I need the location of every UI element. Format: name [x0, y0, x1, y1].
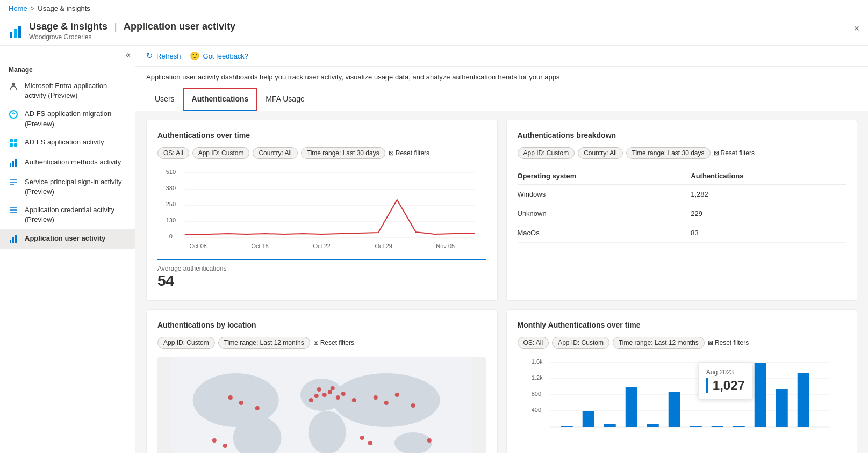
svg-rect-0	[10, 32, 12, 38]
reset-filters-button-2[interactable]: ⊠ Reset filters	[714, 149, 755, 157]
sidebar-item-app-user-activity-label: Application user activity	[25, 234, 126, 243]
svg-rect-5	[10, 139, 13, 142]
page-header: Usage & insights | Application user acti…	[0, 17, 868, 46]
svg-rect-74	[582, 411, 594, 427]
col-os: Operating system	[518, 168, 691, 185]
org-name: Woodgrove Groceries	[29, 33, 235, 41]
filter-os[interactable]: OS: All	[157, 147, 189, 159]
refresh-button[interactable]: ↻ Refresh	[146, 51, 181, 61]
sidebar-item-service-principal-label: Service principal sign-in activity (Prev…	[25, 177, 126, 197]
tab-authentications[interactable]: Authentications	[183, 88, 257, 111]
os-unknown: Unknown	[518, 204, 691, 223]
sidebar-item-adfs-migration[interactable]: AD FS application migration (Preview)	[0, 105, 135, 133]
svg-point-57	[374, 395, 378, 400]
svg-rect-75	[604, 424, 615, 427]
svg-rect-78	[668, 392, 680, 427]
list-detail-icon	[9, 206, 19, 216]
svg-text:0: 0	[169, 233, 173, 240]
svg-text:800: 800	[531, 390, 541, 397]
count-windows: 1,282	[691, 185, 846, 204]
reset-icon-1: ⊠	[389, 149, 394, 157]
svg-text:Oct 15: Oct 15	[252, 243, 269, 249]
reset-filters-button-4[interactable]: ⊠ Reset filters	[708, 339, 749, 346]
breadcrumb-current: Usage & insights	[38, 4, 90, 12]
person-icon	[9, 82, 19, 92]
svg-rect-81	[733, 426, 744, 427]
svg-text:1.6k: 1.6k	[531, 358, 542, 365]
tab-mfa-usage-label: MFA Usage	[266, 95, 304, 103]
reset-filters-button-3[interactable]: ⊠ Reset filters	[313, 339, 354, 346]
line-chart-svg: 510 380 250 130 0 Oct 0	[157, 168, 486, 254]
sidebar-item-adfs-activity[interactable]: AD FS application activity	[0, 133, 135, 153]
auth-breakdown-title: Authentications breakdown	[518, 131, 847, 140]
svg-rect-80	[711, 426, 723, 427]
bar-chart-icon	[9, 158, 19, 169]
svg-point-41	[333, 373, 440, 427]
count-macos: 83	[691, 223, 846, 243]
bar-chart-svg: 1.6k 1.2k 800 400	[518, 357, 847, 443]
sidebar-item-app-user-activity[interactable]: Application user activity	[0, 229, 135, 249]
svg-text:130: 130	[166, 217, 176, 223]
svg-text:250: 250	[166, 201, 176, 207]
tab-mfa-usage[interactable]: MFA Usage	[257, 88, 313, 111]
monthly-auth-title: Monthly Authentications over time	[518, 321, 847, 329]
svg-rect-73	[561, 426, 572, 427]
breadcrumb-sep: >	[31, 4, 35, 12]
main-content: ↻ Refresh 🙂 Got feedback? Application us…	[135, 46, 868, 453]
filter-time-range-2[interactable]: Time range: Last 30 days	[626, 147, 711, 159]
filter-os-4[interactable]: OS: All	[518, 337, 549, 349]
svg-point-62	[368, 441, 372, 445]
page-title: Usage & insights | Application user acti…	[29, 21, 235, 32]
reset-filters-button-1[interactable]: ⊠ Reset filters	[389, 149, 429, 157]
filter-time-range-4[interactable]: Time range: Last 12 months	[613, 337, 705, 349]
feedback-icon: 🙂	[190, 51, 200, 61]
description-text: Application user activity dashboards hel…	[146, 73, 559, 81]
auth-over-time-card: Authentications over time OS: All App ID…	[146, 120, 498, 301]
svg-rect-19	[12, 237, 14, 243]
apps-icon	[9, 138, 19, 149]
filter-app-id-3[interactable]: App ID: Custom	[157, 337, 215, 349]
svg-rect-9	[10, 163, 11, 167]
tab-bar: Users Authentications MFA Usage	[135, 88, 868, 111]
breadcrumb-home[interactable]: Home	[9, 4, 27, 12]
sidebar-item-app-credential[interactable]: Application credential activity (Preview…	[0, 201, 135, 229]
filter-time-range-3[interactable]: Time range: Last 12 months	[218, 337, 310, 349]
feedback-button[interactable]: 🙂 Got feedback?	[190, 51, 249, 61]
sidebar-item-auth-methods[interactable]: Authentication methods activity	[0, 153, 135, 173]
filter-country-2[interactable]: Country: All	[578, 147, 622, 159]
close-button[interactable]: ×	[853, 23, 859, 34]
filter-country[interactable]: Country: All	[253, 147, 297, 159]
svg-point-47	[223, 444, 227, 448]
sidebar-item-auth-methods-label: Authentication methods activity	[25, 157, 126, 167]
auth-breakdown-table: Operating system Authentications Windows…	[518, 168, 847, 243]
tab-authentications-label: Authentications	[192, 95, 249, 103]
svg-point-52	[309, 398, 313, 402]
svg-rect-82	[754, 363, 766, 427]
refresh-label: Refresh	[156, 52, 181, 60]
refresh-icon: ↻	[146, 51, 153, 61]
sidebar-collapse-button[interactable]: «	[126, 50, 131, 60]
svg-point-40	[309, 411, 346, 453]
auth-by-location-title: Authentications by location	[157, 321, 486, 329]
filter-app-id-4[interactable]: App ID: Custom	[552, 337, 609, 349]
reset-icon-3: ⊠	[313, 339, 319, 346]
filter-time-range[interactable]: Time range: Last 30 days	[301, 147, 385, 159]
reset-icon-4: ⊠	[708, 339, 713, 346]
filter-app-id[interactable]: App ID: Custom	[192, 147, 250, 159]
svg-rect-83	[776, 389, 787, 427]
sidebar-item-ms-entra[interactable]: Microsoft Entra application activity (Pr…	[0, 77, 135, 105]
sidebar-item-app-credential-label: Application credential activity (Preview…	[25, 205, 126, 225]
svg-rect-77	[647, 424, 658, 427]
svg-rect-1	[14, 29, 17, 38]
sidebar-item-service-principal[interactable]: Service principal sign-in activity (Prev…	[0, 173, 135, 201]
count-unknown: 229	[691, 204, 846, 223]
svg-rect-10	[12, 161, 14, 167]
filter-app-id-2[interactable]: App ID: Custom	[518, 147, 575, 159]
auth-over-time-filters: OS: All App ID: Custom Country: All Time…	[157, 147, 486, 159]
svg-point-49	[322, 393, 327, 397]
tab-users[interactable]: Users	[146, 88, 183, 111]
svg-rect-7	[10, 143, 13, 147]
svg-point-50	[328, 390, 332, 394]
sidebar-item-adfs-migration-label: AD FS application migration (Preview)	[25, 109, 126, 128]
main-layout: « Manage Microsoft Entra application act…	[0, 46, 868, 453]
